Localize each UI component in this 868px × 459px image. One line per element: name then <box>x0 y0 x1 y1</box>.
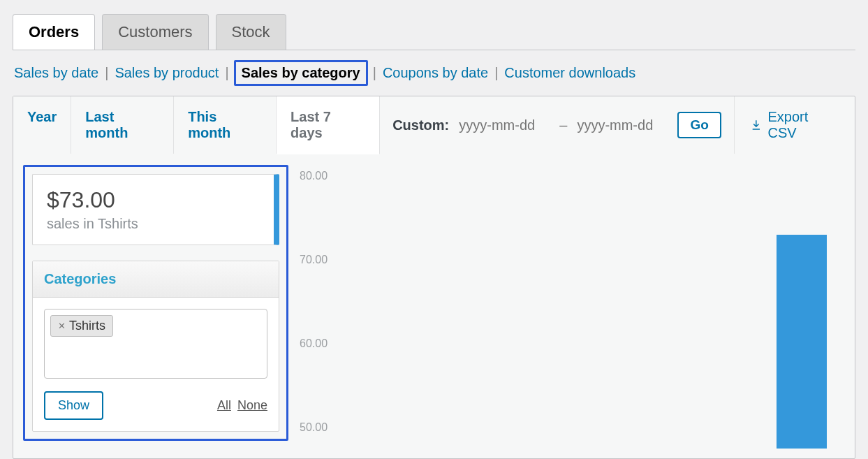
tab-customers[interactable]: Customers <box>102 14 208 50</box>
export-csv-button[interactable]: Export CSV <box>735 96 855 154</box>
subnav-sales-by-product[interactable]: Sales by product <box>113 65 220 81</box>
chart: 80.0070.0060.0050.00 <box>300 165 848 458</box>
custom-label: Custom: <box>392 117 449 133</box>
category-select[interactable]: ✕ Tshirts <box>44 309 267 379</box>
select-all-none: All None <box>214 398 267 413</box>
go-button[interactable]: Go <box>677 112 721 138</box>
subnav-sales-by-category[interactable]: Sales by category <box>234 60 368 86</box>
select-all[interactable]: All <box>217 398 231 412</box>
main-tabs: Orders Customers Stock <box>13 14 855 50</box>
export-label: Export CSV <box>767 109 839 141</box>
custom-start-date[interactable] <box>459 117 550 133</box>
sidebar: $73.00 sales in Tshirts Categories ✕ Tsh… <box>23 165 288 441</box>
categories-panel: Categories ✕ Tshirts Show All <box>32 261 279 432</box>
remove-chip-icon[interactable]: ✕ <box>58 321 66 331</box>
separator: | <box>494 65 499 81</box>
range-year[interactable]: Year <box>13 96 71 154</box>
y-axis-tick: 70.00 <box>300 254 328 266</box>
stat-card[interactable]: $73.00 sales in Tshirts <box>32 174 279 245</box>
select-none[interactable]: None <box>237 398 267 412</box>
range-this-month[interactable]: This month <box>174 96 277 154</box>
y-axis-tick: 50.00 <box>300 421 328 434</box>
separator: | <box>224 65 229 81</box>
bar[interactable] <box>777 235 827 449</box>
separator: | <box>104 65 109 81</box>
subnav-customer-downloads[interactable]: Customer downloads <box>503 65 637 81</box>
y-axis-tick: 60.00 <box>300 337 328 350</box>
category-chip: ✕ Tshirts <box>50 315 113 337</box>
subnav-sales-by-date[interactable]: Sales by date <box>13 65 100 81</box>
separator: | <box>372 65 377 81</box>
range-custom: Custom: – Go <box>380 96 735 154</box>
stat-label: sales in Tshirts <box>47 216 260 232</box>
subnav-coupons-by-date[interactable]: Coupons by date <box>381 65 490 81</box>
tab-orders[interactable]: Orders <box>13 14 95 50</box>
tab-stock[interactable]: Stock <box>216 14 286 50</box>
range-last-7-days[interactable]: Last 7 days <box>277 96 380 154</box>
custom-end-date[interactable] <box>577 117 668 133</box>
date-dash: – <box>559 117 567 133</box>
range-last-month[interactable]: Last month <box>71 96 174 154</box>
report-subnav: Sales by date | Sales by product | Sales… <box>13 50 855 96</box>
download-icon <box>750 119 763 131</box>
categories-heading: Categories <box>33 261 279 298</box>
date-range-bar: Year Last month This month Last 7 days C… <box>13 96 855 154</box>
stat-value: $73.00 <box>47 187 260 213</box>
y-axis-tick: 80.00 <box>300 170 328 182</box>
chip-label: Tshirts <box>69 319 105 333</box>
show-button[interactable]: Show <box>44 391 103 420</box>
